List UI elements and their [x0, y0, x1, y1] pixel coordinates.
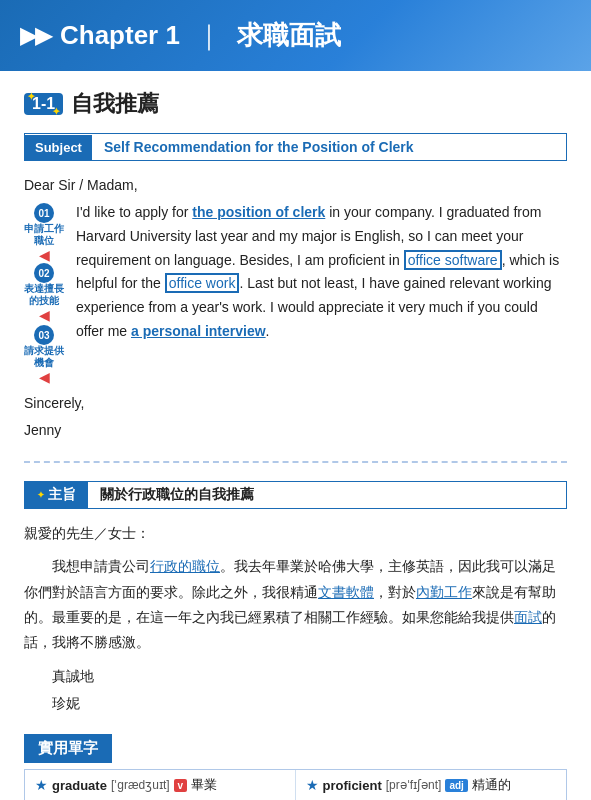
annotation-badge-01: 01 — [34, 203, 54, 223]
chapter-title: Chapter 1 — [60, 20, 180, 51]
vocab-header: 實用單字 — [24, 734, 112, 763]
cn-greeting: 親愛的先生／女士： — [24, 521, 567, 546]
cn-highlight-position: 行政的職位 — [150, 558, 220, 574]
annotation-01: 01 申請工作職位 ◀ — [24, 203, 64, 263]
annotation-03: 03 請求提供機會 ◀ — [24, 325, 64, 385]
chapter-divider: ｜ — [196, 18, 221, 53]
chapter-subtitle: 求職面試 — [237, 18, 341, 53]
zhuzhi-star-icon: ✦ — [37, 490, 45, 500]
annotations-column: 01 申請工作職位 ◀ 02 表達擅長的技能 ◀ 03 請求提供機會 ◀ — [24, 201, 76, 376]
zhuzhi-content: 關於行政職位的自我推薦 — [88, 482, 266, 508]
subject-label: Subject — [25, 135, 92, 160]
vocab-grid: ★ graduate [ˈgrædʒuɪt] v 畢業 ★ proficient… — [24, 769, 567, 800]
subject-content: Self Recommendation for the Position of … — [92, 134, 426, 160]
letter-greeting: Dear Sir / Madam, — [24, 177, 567, 193]
highlight-personal-interview: a personal interview — [131, 323, 266, 339]
dashed-divider — [24, 461, 567, 463]
cn-closing-line1: 真誠地 — [52, 663, 567, 690]
vocab-meaning-proficient: 精通的 — [472, 776, 511, 794]
vocab-pos-proficient: adj — [445, 779, 467, 792]
cn-highlight-interview: 面試 — [514, 609, 542, 625]
cn-paragraph: 我想申請貴公司行政的職位。我去年畢業於哈佛大學，主修英語，因此我可以滿足你們對於… — [24, 554, 567, 655]
highlight-position-of-clerk: the position of clerk — [192, 204, 325, 220]
zhuzhi-bar: ✦ 主旨 關於行政職位的自我推薦 — [24, 481, 567, 509]
letter-paragraph-1: I'd like to apply for the position of cl… — [76, 201, 567, 344]
letter-text-content: I'd like to apply for the position of cl… — [76, 201, 567, 376]
annotation-text-02: 表達擅長的技能 — [24, 283, 64, 307]
section-badge: ✦ 1-1 ✦ — [24, 93, 63, 115]
subject-bar: Subject Self Recommendation for the Posi… — [24, 133, 567, 161]
annotation-text-03: 請求提供機會 — [24, 345, 64, 369]
letter-closing: Sincerely, Jenny — [24, 390, 567, 443]
section-title: 自我推薦 — [71, 89, 159, 119]
vocab-star-icon-2: ★ — [306, 777, 319, 793]
closing-name: Jenny — [24, 417, 567, 444]
vocab-phonetic-proficient: [prəˈfɪʃənt] — [386, 778, 442, 792]
annotation-arrow-03: ◀ — [39, 369, 50, 385]
highlight-office-software: office software — [404, 250, 502, 270]
letter-body: Dear Sir / Madam, 01 申請工作職位 ◀ 02 表達擅長的技能… — [0, 177, 591, 443]
annotation-arrow-01: ◀ — [39, 247, 50, 263]
annotation-text-01: 申請工作職位 — [24, 223, 64, 247]
section-container: ✦ 1-1 ✦ 自我推薦 Subject Self Recommendation… — [0, 71, 591, 161]
section-badge-row: ✦ 1-1 ✦ 自我推薦 — [24, 89, 567, 119]
vocab-cell-proficient: ★ proficient [prəˈfɪʃənt] adj 精通的 — [296, 770, 567, 800]
vocab-pos-graduate: v — [174, 779, 188, 792]
vocab-star-icon: ★ — [35, 777, 48, 793]
cn-highlight-software: 文書軟體 — [318, 584, 374, 600]
vocab-cell-graduate: ★ graduate [ˈgrædʒuɪt] v 畢業 — [25, 770, 296, 800]
cn-closing-line2: 珍妮 — [52, 690, 567, 717]
annotation-badge-03: 03 — [34, 325, 54, 345]
highlight-office-work: office work — [165, 273, 240, 293]
cn-closing: 真誠地 珍妮 — [52, 663, 567, 716]
star-top-icon: ✦ — [27, 91, 35, 102]
vocab-phonetic-graduate: [ˈgrædʒuɪt] — [111, 778, 170, 792]
annotation-badge-02: 02 — [34, 263, 54, 283]
cn-letter-body: 親愛的先生／女士： 我想申請貴公司行政的職位。我去年畢業於哈佛大學，主修英語，因… — [0, 521, 591, 716]
chapter-arrows-icon: ▶▶ — [20, 23, 50, 49]
zhuzhi-label-text: 主旨 — [48, 486, 76, 504]
vocab-word-graduate: graduate — [52, 778, 107, 793]
closing-sincerely: Sincerely, — [24, 390, 567, 417]
annotation-02: 02 表達擅長的技能 ◀ — [24, 263, 64, 323]
vocab-word-proficient: proficient — [323, 778, 382, 793]
star-bottom-icon: ✦ — [52, 106, 60, 117]
annotation-arrow-02: ◀ — [39, 307, 50, 323]
chapter-header: ▶▶ Chapter 1 ｜ 求職面試 — [0, 0, 591, 71]
vocab-section: 實用單字 ★ graduate [ˈgrædʒuɪt] v 畢業 ★ profi… — [24, 734, 567, 800]
cn-highlight-work: 內勤工作 — [416, 584, 472, 600]
vocab-meaning-graduate: 畢業 — [191, 776, 217, 794]
zhuzhi-label: ✦ 主旨 — [25, 482, 88, 508]
